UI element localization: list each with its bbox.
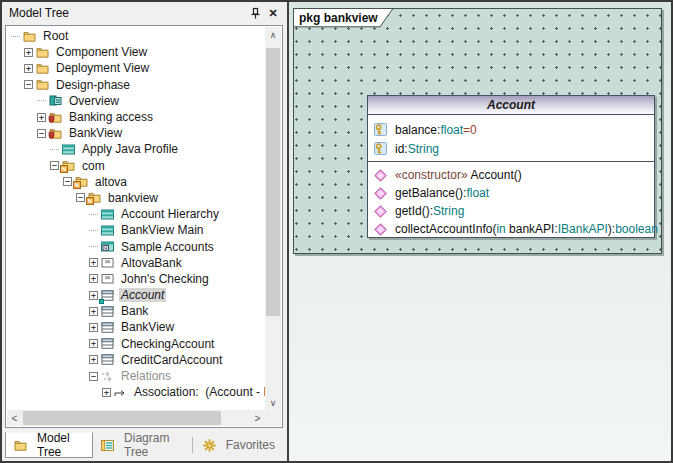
class-icon <box>101 353 115 366</box>
diagram-canvas[interactable]: pkg bankview Account balance:float=0id:S… <box>287 2 671 461</box>
tree-item-root[interactable]: Root <box>7 28 265 44</box>
collapse-icon[interactable]: − <box>24 80 33 89</box>
tree-item-deployment-view[interactable]: +Deployment View <box>7 60 265 76</box>
model-tree-panel: Model Tree ✕ Root+Component View+Deploym… <box>2 2 286 461</box>
tree-item-creditcardaccount[interactable]: +CreditCardAccount <box>7 352 265 368</box>
tree-item-overview[interactable]: Overview <box>7 93 265 109</box>
class-operation-row[interactable]: getBalance():float <box>368 184 654 202</box>
tab-label: Model Tree <box>37 431 84 459</box>
class-operation-row[interactable]: «constructor» Account() <box>368 166 654 184</box>
tree-item-label: BankView <box>67 126 124 140</box>
text-segment: bankAPI: <box>509 222 558 236</box>
vertical-scrollbar[interactable]: ∧ ∨ <box>265 27 281 410</box>
expand-icon[interactable]: + <box>24 48 33 57</box>
class-attribute-row[interactable]: balance:float=0 <box>368 120 654 139</box>
association-icon <box>114 386 128 399</box>
uml-class-account[interactable]: Account balance:float=0id:String «constr… <box>367 95 655 238</box>
expand-icon[interactable]: + <box>89 258 98 267</box>
tree-item-john-s-checking[interactable]: +John's Checking <box>7 271 265 287</box>
svg-text:N: N <box>88 199 92 205</box>
tree-item-checkingaccount[interactable]: +CheckingAccount <box>7 336 265 352</box>
collapse-icon[interactable]: − <box>89 372 98 381</box>
tree-item-bank[interactable]: +Bank <box>7 303 265 319</box>
tree-item-apply-java-profile[interactable]: Apply Java Profile <box>7 141 265 157</box>
class-attribute-row[interactable]: id:String <box>368 139 654 158</box>
tab-diagram-tree[interactable]: Diagram Tree <box>93 432 190 458</box>
tree-item-label: Apply Java Profile <box>80 142 180 156</box>
class-diagram-icon <box>101 208 115 221</box>
class-icon <box>101 337 115 350</box>
tree-item-com[interactable]: −Ncom <box>7 158 265 174</box>
tree-item-account[interactable]: +Account <box>7 287 265 303</box>
expand-icon[interactable]: + <box>37 113 46 122</box>
text-segment: float <box>440 123 463 137</box>
class-diagram-icon <box>101 224 115 237</box>
expand-icon[interactable]: + <box>89 274 98 283</box>
namespace-folder-icon: N <box>88 191 102 204</box>
scroll-left-icon[interactable]: < <box>7 410 22 426</box>
tree-item-altova[interactable]: −Naltova <box>7 174 265 190</box>
tree-item-bankview[interactable]: −Nbankview <box>7 190 265 206</box>
expand-icon[interactable]: + <box>89 339 98 348</box>
tab-separator <box>192 437 193 453</box>
expand-icon[interactable]: + <box>89 291 98 300</box>
horizontal-scroll-thumb[interactable] <box>23 411 221 425</box>
pin-icon[interactable] <box>246 5 264 22</box>
model-tree-box: Root+Component View+Deployment View−Desi… <box>5 25 283 428</box>
tree-item-banking-access[interactable]: +Banking access <box>7 109 265 125</box>
scroll-down-icon[interactable]: ∨ <box>265 395 281 410</box>
tree-item-label: com <box>80 159 107 173</box>
public-diamond-icon <box>374 187 387 200</box>
svg-text:N: N <box>75 182 79 188</box>
tree-item-sample-accounts[interactable]: 0Sample Accounts <box>7 238 265 254</box>
tree-item-account-hierarchy[interactable]: Account Hierarchy <box>7 206 265 222</box>
class-icon <box>101 321 115 334</box>
collapse-icon[interactable]: − <box>37 129 46 138</box>
java-package-icon <box>49 127 63 140</box>
public-diamond-icon <box>374 205 387 218</box>
namespace-folder-icon: N <box>62 159 76 172</box>
member-text: balance:float=0 <box>395 123 477 137</box>
tab-favorites[interactable]: Favorites <box>195 432 283 458</box>
collapse-icon[interactable]: − <box>50 161 59 170</box>
tree-connector <box>89 214 98 215</box>
close-icon[interactable]: ✕ <box>264 5 282 22</box>
tree-item-label: Bank <box>119 304 150 318</box>
scroll-right-icon[interactable]: > <box>250 410 265 426</box>
package-frame-bankview[interactable]: pkg bankview Account balance:float=0id:S… <box>293 8 662 254</box>
expand-icon[interactable]: + <box>102 388 111 397</box>
text-segment: String <box>408 142 439 156</box>
text-segment: String <box>433 204 464 218</box>
tree-item-component-view[interactable]: +Component View <box>7 44 265 60</box>
expand-icon[interactable]: + <box>24 64 33 73</box>
tree-item-label: Account <box>119 288 166 302</box>
scroll-up-icon[interactable]: ∧ <box>265 27 281 42</box>
tree-item-altovabank[interactable]: +AltovaBank <box>7 255 265 271</box>
tab-model-tree[interactable]: Model Tree <box>5 432 93 458</box>
vertical-scroll-thumb[interactable] <box>266 48 280 316</box>
tree-item-bankview[interactable]: +BankView <box>7 319 265 335</box>
class-operation-row[interactable]: collectAccountInfo(in bankAPI:IBankAPI):… <box>368 220 654 238</box>
public-diamond-icon <box>374 223 387 236</box>
tree-item-bankview-main[interactable]: BankView Main <box>7 222 265 238</box>
tab-label: Diagram Tree <box>124 431 182 459</box>
tree-item-label: bankview <box>106 191 160 205</box>
text-segment: Account() <box>470 168 521 182</box>
panel-title-bar: Model Tree ✕ <box>2 2 286 24</box>
text-segment: balance: <box>395 123 440 137</box>
expand-icon[interactable]: + <box>89 307 98 316</box>
class-operation-row[interactable]: getId():String <box>368 202 654 220</box>
tree-item-association-account-ban[interactable]: +Association: (Account - Ban <box>7 384 265 400</box>
tree-item-label: Deployment View <box>54 61 151 75</box>
collapse-icon[interactable]: − <box>76 193 85 202</box>
horizontal-scrollbar[interactable]: < > <box>7 410 265 426</box>
class-icon <box>101 305 115 318</box>
collapse-icon[interactable]: − <box>63 177 72 186</box>
expand-icon[interactable]: + <box>89 355 98 364</box>
tree-item-design-phase[interactable]: −Design-phase <box>7 77 265 93</box>
tree-item-bankview[interactable]: −BankView <box>7 125 265 141</box>
expand-icon[interactable]: + <box>89 323 98 332</box>
tree-item-label: Root <box>41 29 70 43</box>
object-icon <box>101 272 115 285</box>
tree-item-relations[interactable]: −Relations <box>7 368 265 384</box>
